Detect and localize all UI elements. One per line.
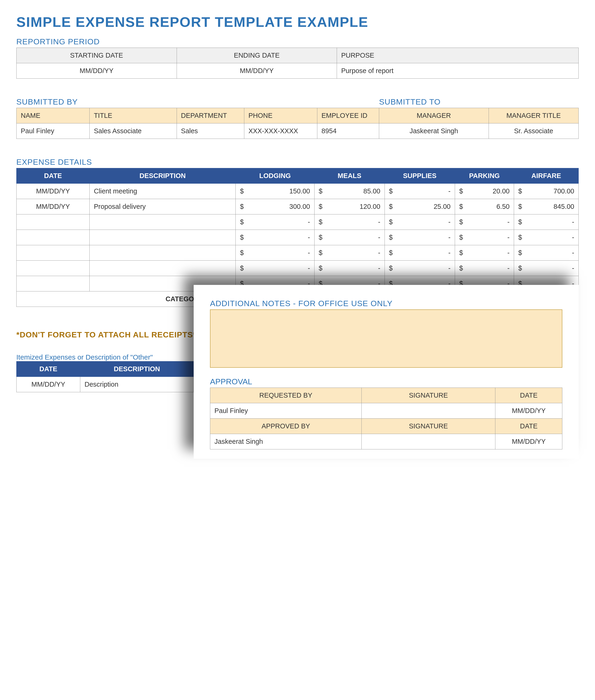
ending-date-cell[interactable]: MM/DD/YY	[177, 63, 337, 79]
col-department: DEPARTMENT	[177, 108, 244, 123]
expense-parking-cell[interactable]: $-	[455, 261, 514, 276]
col-manager-title: MANAGER TITLE	[489, 108, 578, 123]
expense-airfare-cell[interactable]: $-	[514, 245, 578, 261]
col-manager: MANAGER	[379, 108, 489, 123]
expense-lodging-cell[interactable]: $300.00	[236, 199, 314, 215]
col-purpose: PURPOSE	[337, 48, 579, 63]
starting-date-cell[interactable]: MM/DD/YY	[17, 63, 177, 79]
expense-supplies-cell[interactable]: $-	[385, 215, 455, 230]
employee-id-cell[interactable]: 8954	[317, 123, 379, 139]
requested-by-cell[interactable]: Paul Finley	[210, 403, 362, 419]
section-submitted-by: SUBMITTED BY	[16, 97, 379, 106]
requested-signature-cell[interactable]	[362, 403, 495, 419]
expense-supplies-cell[interactable]: $-	[385, 184, 455, 199]
expense-airfare-cell[interactable]: $-	[514, 261, 578, 276]
expense-date-cell[interactable]	[17, 230, 90, 245]
expense-lodging-cell[interactable]: $-	[236, 245, 314, 261]
col-airfare: AIRFARE	[514, 168, 578, 184]
col-parking: PARKING	[455, 168, 514, 184]
col-approved-by: APPROVED BY	[210, 419, 362, 434]
expense-description-cell[interactable]	[90, 245, 236, 261]
title-cell[interactable]: Sales Associate	[90, 123, 177, 139]
col-phone: PHONE	[244, 108, 317, 123]
section-approval: APPROVAL	[210, 377, 562, 386]
approved-by-cell[interactable]: Jaskeerat Singh	[210, 434, 362, 449]
expense-parking-cell[interactable]: $-	[455, 215, 514, 230]
col-requested-by: REQUESTED BY	[210, 388, 362, 403]
reporting-period-table: STARTING DATE ENDING DATE PURPOSE MM/DD/…	[16, 48, 579, 79]
expense-meals-cell[interactable]: $-	[314, 215, 385, 230]
col-description: DESCRIPTION	[90, 168, 236, 184]
expense-lodging-cell[interactable]: $-	[236, 261, 314, 276]
col-supplies: SUPPLIES	[385, 168, 455, 184]
col-lodging: LODGING	[236, 168, 314, 184]
phone-cell[interactable]: XXX-XXX-XXXX	[244, 123, 317, 139]
expense-supplies-cell[interactable]: $25.00	[385, 199, 455, 215]
section-additional-notes: ADDITIONAL NOTES - FOR OFFICE USE ONLY	[210, 299, 562, 308]
table-row: $-$-$-$-$-	[17, 230, 579, 245]
table-row: $-$-$-$-$-	[17, 215, 579, 230]
department-cell[interactable]: Sales	[177, 123, 244, 139]
expense-description-cell[interactable]: Client meeting	[90, 184, 236, 199]
expense-supplies-cell[interactable]: $-	[385, 261, 455, 276]
table-row: MM/DD/YYProposal delivery$300.00$120.00$…	[17, 199, 579, 215]
table-row: $-$-$-$-$-	[17, 261, 579, 276]
expense-supplies-cell[interactable]: $-	[385, 245, 455, 261]
expense-supplies-cell[interactable]: $-	[385, 230, 455, 245]
expense-meals-cell[interactable]: $-	[314, 245, 385, 261]
expense-lodging-cell[interactable]: $-	[236, 215, 314, 230]
col-starting-date: STARTING DATE	[17, 48, 177, 63]
submitted-table: NAME TITLE DEPARTMENT PHONE EMPLOYEE ID …	[16, 108, 579, 139]
col-signature-2: SIGNATURE	[362, 419, 495, 434]
expense-lodging-cell[interactable]: $150.00	[236, 184, 314, 199]
expense-meals-cell[interactable]: $85.00	[314, 184, 385, 199]
expense-parking-cell[interactable]: $-	[455, 245, 514, 261]
manager-title-cell[interactable]: Sr. Associate	[489, 123, 578, 139]
expense-airfare-cell[interactable]: $700.00	[514, 184, 578, 199]
expense-date-cell[interactable]	[17, 261, 90, 276]
col-signature: SIGNATURE	[362, 388, 495, 403]
expense-description-cell[interactable]	[90, 230, 236, 245]
col-employee-id: EMPLOYEE ID	[317, 108, 379, 123]
name-cell[interactable]: Paul Finley	[17, 123, 90, 139]
additional-notes-box[interactable]	[210, 309, 562, 368]
approved-signature-cell[interactable]	[362, 434, 495, 449]
section-expense-details: EXPENSE DETAILS	[16, 158, 579, 167]
col-date-2: DATE	[495, 419, 562, 434]
expense-meals-cell[interactable]: $-	[314, 230, 385, 245]
table-row: $-$-$-$-$-	[17, 245, 579, 261]
overlay-panel: ADDITIONAL NOTES - FOR OFFICE USE ONLY A…	[194, 285, 579, 459]
col-meals: MEALS	[314, 168, 385, 184]
expense-description-cell[interactable]	[90, 261, 236, 276]
col-title: TITLE	[90, 108, 177, 123]
col-ending-date: ENDING DATE	[177, 48, 337, 63]
expense-meals-cell[interactable]: $120.00	[314, 199, 385, 215]
purpose-cell[interactable]: Purpose of report	[337, 63, 579, 79]
expense-description-cell[interactable]	[90, 215, 236, 230]
expense-meals-cell[interactable]: $-	[314, 261, 385, 276]
section-reporting-period: REPORTING PERIOD	[16, 37, 579, 46]
expense-airfare-cell[interactable]: $-	[514, 215, 578, 230]
expense-parking-cell[interactable]: $6.50	[455, 199, 514, 215]
page-title: SIMPLE EXPENSE REPORT TEMPLATE EXAMPLE	[16, 14, 579, 30]
approval-table: REQUESTED BY SIGNATURE DATE Paul Finley …	[210, 388, 562, 449]
expense-date-cell[interactable]	[17, 245, 90, 261]
expense-date-cell[interactable]: MM/DD/YY	[17, 184, 90, 199]
expense-parking-cell[interactable]: $20.00	[455, 184, 514, 199]
approved-date-cell[interactable]: MM/DD/YY	[495, 434, 562, 449]
expense-airfare-cell[interactable]: $845.00	[514, 199, 578, 215]
expense-lodging-cell[interactable]: $-	[236, 230, 314, 245]
col-name: NAME	[17, 108, 90, 123]
expense-description-cell[interactable]: Proposal delivery	[90, 199, 236, 215]
table-row: MM/DD/YYClient meeting$150.00$85.00$-$20…	[17, 184, 579, 199]
expense-parking-cell[interactable]: $-	[455, 230, 514, 245]
col-date: DATE	[495, 388, 562, 403]
expense-date-cell[interactable]	[17, 215, 90, 230]
col-date: DATE	[17, 168, 90, 184]
manager-cell[interactable]: Jaskeerat Singh	[379, 123, 489, 139]
expense-date-cell[interactable]: MM/DD/YY	[17, 199, 90, 215]
requested-date-cell[interactable]: MM/DD/YY	[495, 403, 562, 419]
section-submitted-to: SUBMITTED TO	[379, 97, 579, 106]
expense-airfare-cell[interactable]: $-	[514, 230, 578, 245]
